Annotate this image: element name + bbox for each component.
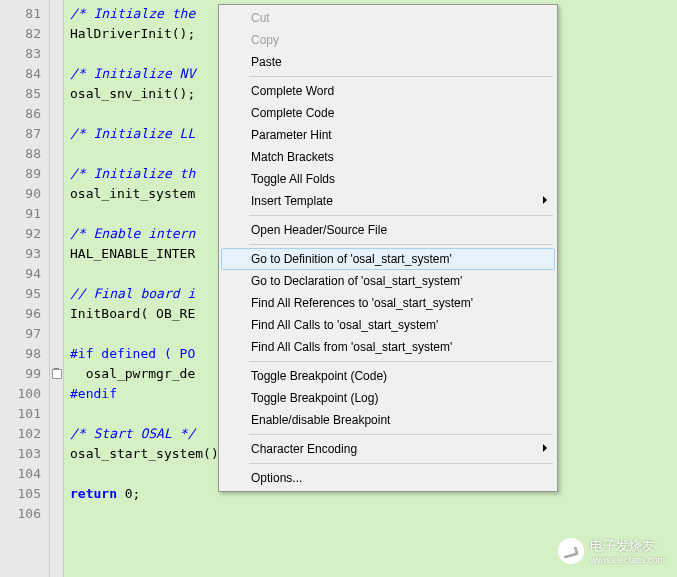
submenu-arrow-icon bbox=[543, 444, 547, 452]
line-number: 92 bbox=[0, 224, 49, 244]
code-text: HalDriverInit(); bbox=[70, 26, 195, 41]
line-number: 90 bbox=[0, 184, 49, 204]
code-text: osal_snv_init(); bbox=[70, 86, 195, 101]
code-text: /* Initialize th bbox=[70, 166, 195, 181]
watermark-title: 电子发烧友 bbox=[590, 538, 655, 553]
watermark-url: www.elecfans.com bbox=[590, 555, 665, 565]
line-number-gutter: 81 82 83 84 85 86 87 88 89 90 91 92 93 9… bbox=[0, 0, 50, 577]
line-number: 93 bbox=[0, 244, 49, 264]
menu-item-toggle-all-folds[interactable]: Toggle All Folds bbox=[221, 168, 555, 190]
context-menu: Cut Copy Paste Complete Word Complete Co… bbox=[218, 4, 558, 492]
menu-item-char-encoding[interactable]: Character Encoding bbox=[221, 438, 555, 460]
menu-item-paste[interactable]: Paste bbox=[221, 51, 555, 73]
watermark-logo: 电子发烧友 www.elecfans.com bbox=[558, 537, 665, 565]
line-number: 99 bbox=[0, 364, 49, 384]
code-text: InitBoard( OB_RE bbox=[70, 306, 195, 321]
line-number: 88 bbox=[0, 144, 49, 164]
menu-item-goto-definition[interactable]: Go to Definition of 'osal_start_system' bbox=[221, 248, 555, 270]
code-text: HAL_ENABLE_INTER bbox=[70, 246, 195, 261]
fold-column bbox=[50, 0, 64, 577]
menu-separator bbox=[249, 244, 553, 245]
line-number: 95 bbox=[0, 284, 49, 304]
menu-item-find-calls-from[interactable]: Find All Calls from 'osal_start_system' bbox=[221, 336, 555, 358]
menu-item-match-brackets[interactable]: Match Brackets bbox=[221, 146, 555, 168]
line-number: 106 bbox=[0, 504, 49, 524]
menu-separator bbox=[249, 361, 553, 362]
menu-label: Character Encoding bbox=[251, 442, 357, 456]
line-number: 105 bbox=[0, 484, 49, 504]
line-number: 86 bbox=[0, 104, 49, 124]
code-text: osal_pwrmgr_de bbox=[70, 366, 195, 381]
line-number: 98 bbox=[0, 344, 49, 364]
code-text: /* Enable intern bbox=[70, 226, 195, 241]
line-number: 100 bbox=[0, 384, 49, 404]
menu-item-cut[interactable]: Cut bbox=[221, 7, 555, 29]
menu-item-toggle-bp-code[interactable]: Toggle Breakpoint (Code) bbox=[221, 365, 555, 387]
menu-item-goto-declaration[interactable]: Go to Declaration of 'osal_start_system' bbox=[221, 270, 555, 292]
line-number: 84 bbox=[0, 64, 49, 84]
line-number: 82 bbox=[0, 24, 49, 44]
submenu-arrow-icon bbox=[543, 196, 547, 204]
menu-item-insert-template[interactable]: Insert Template bbox=[221, 190, 555, 212]
fold-toggle-icon[interactable] bbox=[50, 364, 63, 384]
code-text: 0; bbox=[117, 486, 140, 501]
code-text: #if defined ( PO bbox=[70, 346, 195, 361]
menu-item-open-header[interactable]: Open Header/Source File bbox=[221, 219, 555, 241]
code-text: #endif bbox=[70, 386, 117, 401]
code-text: osal_init_system bbox=[70, 186, 195, 201]
code-text: // Final board i bbox=[70, 286, 195, 301]
code-text: /* Initialze the bbox=[70, 6, 195, 21]
line-number: 89 bbox=[0, 164, 49, 184]
code-text: osal_start_system(); bbox=[70, 446, 234, 461]
menu-item-complete-code[interactable]: Complete Code bbox=[221, 102, 555, 124]
menu-item-copy[interactable]: Copy bbox=[221, 29, 555, 51]
menu-label: Insert Template bbox=[251, 194, 333, 208]
menu-item-find-calls-to[interactable]: Find All Calls to 'osal_start_system' bbox=[221, 314, 555, 336]
menu-item-options[interactable]: Options... bbox=[221, 467, 555, 489]
menu-separator bbox=[249, 215, 553, 216]
line-number: 91 bbox=[0, 204, 49, 224]
line-number: 85 bbox=[0, 84, 49, 104]
menu-item-find-references[interactable]: Find All References to 'osal_start_syste… bbox=[221, 292, 555, 314]
menu-separator bbox=[249, 76, 553, 77]
line-number: 81 bbox=[0, 4, 49, 24]
line-number: 102 bbox=[0, 424, 49, 444]
menu-item-enable-bp[interactable]: Enable/disable Breakpoint bbox=[221, 409, 555, 431]
menu-item-toggle-bp-log[interactable]: Toggle Breakpoint (Log) bbox=[221, 387, 555, 409]
line-number: 97 bbox=[0, 324, 49, 344]
code-text: /* Start OSAL */ bbox=[70, 426, 195, 441]
line-number: 101 bbox=[0, 404, 49, 424]
menu-separator bbox=[249, 463, 553, 464]
code-text: return bbox=[70, 486, 117, 501]
line-number: 103 bbox=[0, 444, 49, 464]
menu-separator bbox=[249, 434, 553, 435]
line-number: 104 bbox=[0, 464, 49, 484]
watermark-icon bbox=[558, 538, 584, 564]
menu-item-parameter-hint[interactable]: Parameter Hint bbox=[221, 124, 555, 146]
menu-item-complete-word[interactable]: Complete Word bbox=[221, 80, 555, 102]
line-number: 87 bbox=[0, 124, 49, 144]
line-number: 83 bbox=[0, 44, 49, 64]
line-number: 96 bbox=[0, 304, 49, 324]
code-text: /* Initialize NV bbox=[70, 66, 195, 81]
line-number: 94 bbox=[0, 264, 49, 284]
code-text: /* Initialize LL bbox=[70, 126, 195, 141]
